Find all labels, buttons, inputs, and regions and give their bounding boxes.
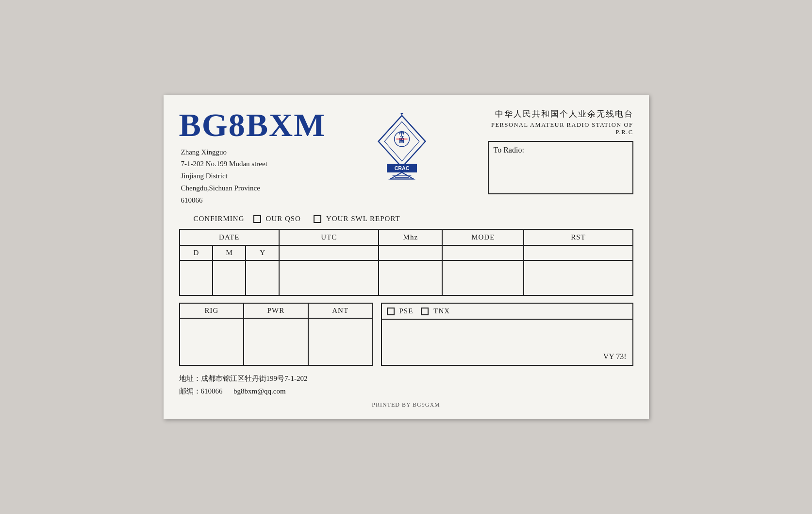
chinese-title: 中华人民共和国个人业余无线电台 <box>495 108 633 120</box>
rig-header: RIG <box>180 303 244 318</box>
date-d-value <box>180 261 213 295</box>
qso-checkbox[interactable] <box>253 215 261 223</box>
callsign: BG8BXM <box>179 108 326 141</box>
date-value-cell <box>180 260 279 295</box>
svg-line-15 <box>397 113 402 114</box>
footer-postcode-line: 邮编：610066 bg8bxm@qq.com <box>179 385 633 398</box>
rig-value <box>180 318 244 365</box>
footer-printed-by: PRINTED BY BG9GXM <box>179 401 633 409</box>
english-title: PERSONAL AMATEUR RADIO STATION OF P.R.C <box>478 121 633 136</box>
left-block: BG8BXM Zhang Xingguo 7-1-202 No.199 Muda… <box>179 108 326 206</box>
postcode-label: 邮编： <box>179 387 201 395</box>
confirming-row: CONFIRMING OUR QSO YOUR SWL REPORT <box>179 215 633 223</box>
address-label: 地址： <box>179 375 201 382</box>
rst-value <box>524 260 632 295</box>
address-name: Zhang Xingguo <box>181 146 326 158</box>
date-y-value <box>246 261 279 295</box>
pse-tnx-body: VY 73! <box>382 320 632 365</box>
ant-header: ANT <box>308 303 373 318</box>
pwr-header: PWR <box>244 303 308 318</box>
pse-label: PSE <box>399 307 414 315</box>
address-block: Zhang Xingguo 7-1-202 No.199 Mudan stree… <box>181 146 326 206</box>
to-radio-box: To Radio: <box>488 141 633 194</box>
date-d: D <box>180 246 213 260</box>
to-radio-label: To Radio: <box>494 146 524 154</box>
address-value: 成都市锦江区牡丹街199号7-1-202 <box>201 375 308 382</box>
email-value: bg8bxm@qq.com <box>233 387 286 395</box>
pse-tnx-header: PSE TNX <box>382 304 632 320</box>
pse-tnx-box: PSE TNX VY 73! <box>381 303 633 366</box>
mode-cell <box>442 245 524 260</box>
swl-label: YOUR SWL REPORT <box>326 215 400 223</box>
pse-checkbox[interactable] <box>387 308 395 315</box>
mhz-header: Mhz <box>379 229 442 245</box>
utc-value <box>279 260 379 295</box>
qso-label: OUR QSO <box>266 215 301 223</box>
date-y: Y <box>246 246 279 260</box>
date-header: DATE <box>180 229 279 245</box>
footer-address-line: 地址：成都市锦江区牡丹街199号7-1-202 <box>179 373 633 385</box>
footer-left: 地址：成都市锦江区牡丹街199号7-1-202 邮编：610066 bg8bxm… <box>179 373 633 397</box>
svg-text:CRAC: CRAC <box>395 165 410 171</box>
ant-value <box>308 318 373 365</box>
crac-logo-container: 中 国 Z CRAC <box>368 108 436 186</box>
svg-line-16 <box>402 113 407 114</box>
address-line2: Jinjiang District <box>181 170 326 182</box>
rst-cell <box>524 245 632 260</box>
qsl-card: BG8BXM Zhang Xingguo 7-1-202 No.199 Muda… <box>164 95 649 420</box>
rst-header: RST <box>524 229 632 245</box>
address-line4: 610066 <box>181 194 326 206</box>
mhz-cell <box>379 245 442 260</box>
date-value-sub-table <box>180 261 279 295</box>
date-sub-cell: D M Y <box>180 245 279 260</box>
top-section: BG8BXM Zhang Xingguo 7-1-202 No.199 Muda… <box>179 108 633 206</box>
postcode-value: 610066 <box>201 387 223 395</box>
tnx-checkbox[interactable] <box>421 308 429 315</box>
date-sub-table: D M Y <box>180 246 279 260</box>
pwr-value <box>244 318 308 365</box>
utc-cell <box>279 245 379 260</box>
mode-value <box>442 260 524 295</box>
confirming-label: CONFIRMING <box>194 215 245 223</box>
date-m-value <box>213 261 246 295</box>
mhz-value <box>379 260 442 295</box>
swl-checkbox[interactable] <box>314 215 321 223</box>
bottom-section: RIG PWR ANT PSE TNX VY 73 <box>179 303 633 366</box>
rig-table: RIG PWR ANT <box>179 303 373 366</box>
utc-header: UTC <box>279 229 379 245</box>
qso-table: DATE UTC Mhz MODE RST D M Y <box>179 229 633 296</box>
tnx-label: TNX <box>433 307 450 315</box>
mode-header: MODE <box>442 229 524 245</box>
address-line1: 7-1-202 No.199 Mudan street <box>181 158 326 170</box>
right-block: 中华人民共和国个人业余无线电台 PERSONAL AMATEUR RADIO S… <box>478 108 633 194</box>
address-line3: Chengdu,Sichuan Province <box>181 182 326 194</box>
vy73-label: VY 73! <box>603 352 627 361</box>
crac-logo-svg: 中 国 Z CRAC <box>373 113 431 186</box>
date-m: M <box>213 246 246 260</box>
